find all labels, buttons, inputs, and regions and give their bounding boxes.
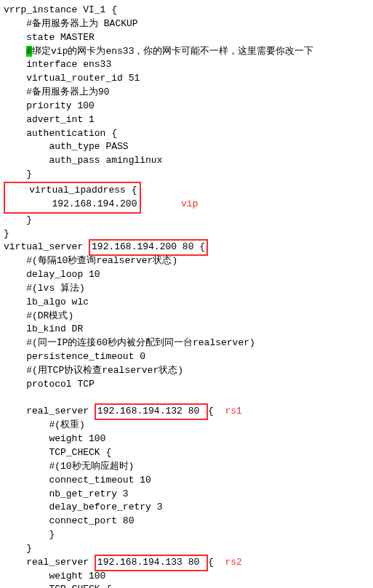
highlight-box-rs2: 192.168.194.133 80 [95, 555, 208, 571]
code-line: delay_loop 10 [4, 269, 100, 280]
code-line: #(权重) [4, 419, 85, 430]
code-line: real_server 192.168.194.132 80 { rs1 [4, 406, 242, 416]
code-line: protocol TCP [4, 379, 95, 390]
highlight-box-virtual-server: 192.168.194.200 80 { [89, 239, 208, 256]
code-line: #(lvs 算法) [4, 283, 85, 294]
highlight-box-vip: virtual_ipaddress { 192.168.194.200 [4, 182, 141, 214]
code-line: auth_type PASS [4, 141, 129, 152]
code-line: virtual_server 192.168.194.200 80 { [4, 241, 208, 252]
code-line: } [4, 169, 32, 180]
code-line: #备用服务器上为 BACKUP [4, 18, 138, 29]
code-line: #(同一IP的连接60秒内被分配到同一台realserver) [4, 337, 255, 348]
code-line: nb_get_retry 3 [4, 488, 129, 499]
annotation-vip: vip [181, 198, 198, 209]
code-line: vrrp_instance VI_1 { [4, 4, 117, 15]
code-line: } [4, 228, 9, 239]
code-line: lb_algo wlc [4, 297, 89, 307]
code-line: #(用TCP协议检查realserver状态) [4, 365, 183, 376]
code-line: #(DR模式) [4, 310, 73, 321]
cursor-highlight: # [26, 46, 32, 57]
code-line: auth_pass aminglinux [4, 155, 162, 166]
code-line: priority 100 [4, 100, 95, 111]
config-code: vrrp_instance VI_1 { #备用服务器上为 BACKUP sta… [4, 4, 369, 588]
code-line: advert_int 1 [4, 114, 95, 125]
code-line: weight 100 [4, 433, 105, 444]
code-line: authentication { [4, 128, 117, 139]
code-line: TCP_CHECK { [4, 447, 111, 458]
code-line: } [4, 543, 32, 554]
annotation-rs1: rs1 [225, 406, 241, 416]
code-line: delay_before_retry 3 [4, 502, 162, 512]
code-line: interface ens33 [4, 59, 111, 70]
code-line: TCP_CHECK { [4, 584, 111, 588]
code-line: state MASTER [4, 32, 95, 43]
code-line: weight 100 [4, 571, 105, 581]
code-line: virtual_ipaddress { 192.168.194.200 vip [4, 198, 198, 209]
highlight-box-rs1: 192.168.194.132 80 [95, 403, 208, 420]
code-line: virtual_router_id 51 [4, 73, 140, 84]
code-line: #备用服务器上为90 [4, 86, 110, 97]
code-line: persistence_timeout 0 [4, 351, 145, 362]
code-line: #(每隔10秒查询realserver状态) [4, 255, 177, 266]
code-line: } [4, 529, 55, 540]
code-line: #绑定vip的网卡为ens33，你的网卡可能不一样，这里需要你改一下 [4, 46, 313, 57]
code-line: real_server 192.168.194.133 80 { rs2 [4, 557, 242, 568]
code-line: connect_port 80 [4, 515, 134, 526]
code-line: #(10秒无响应超时) [4, 461, 134, 472]
code-line: connect_timeout 10 [4, 475, 151, 486]
code-line: lb_kind DR [4, 323, 83, 334]
annotation-rs2: rs2 [225, 557, 241, 568]
code-line: } [4, 214, 32, 225]
